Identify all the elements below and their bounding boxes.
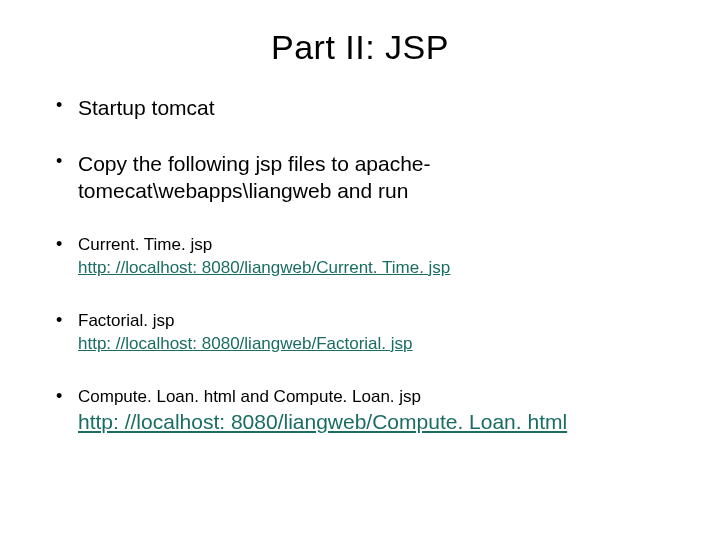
slide-title: Part II: JSP [50,28,670,67]
link-compute-loan[interactable]: http: //localhost: 8080/liangweb/Compute… [78,410,567,433]
bullet-text: Copy the following jsp files to apache-t… [78,152,431,201]
bullet-factorial: Factorial. jsp http: //localhost: 8080/l… [50,310,670,356]
link-factorial[interactable]: http: //localhost: 8080/liangweb/Factori… [78,334,413,353]
link-current-time[interactable]: http: //localhost: 8080/liangweb/Current… [78,258,450,277]
bullet-compute-loan: Compute. Loan. html and Compute. Loan. j… [50,386,670,437]
slide: Part II: JSP Startup tomcat Copy the fol… [0,0,720,540]
bullet-startup: Startup tomcat [50,95,670,121]
bullet-current-time: Current. Time. jsp http: //localhost: 80… [50,234,670,280]
bullet-text: Startup tomcat [78,96,215,119]
file-label: Compute. Loan. html and Compute. Loan. j… [78,387,421,406]
bullet-copy-files: Copy the following jsp files to apache-t… [50,151,670,204]
bullet-list: Startup tomcat Copy the following jsp fi… [50,95,670,437]
file-label: Current. Time. jsp [78,235,212,254]
file-label: Factorial. jsp [78,311,174,330]
